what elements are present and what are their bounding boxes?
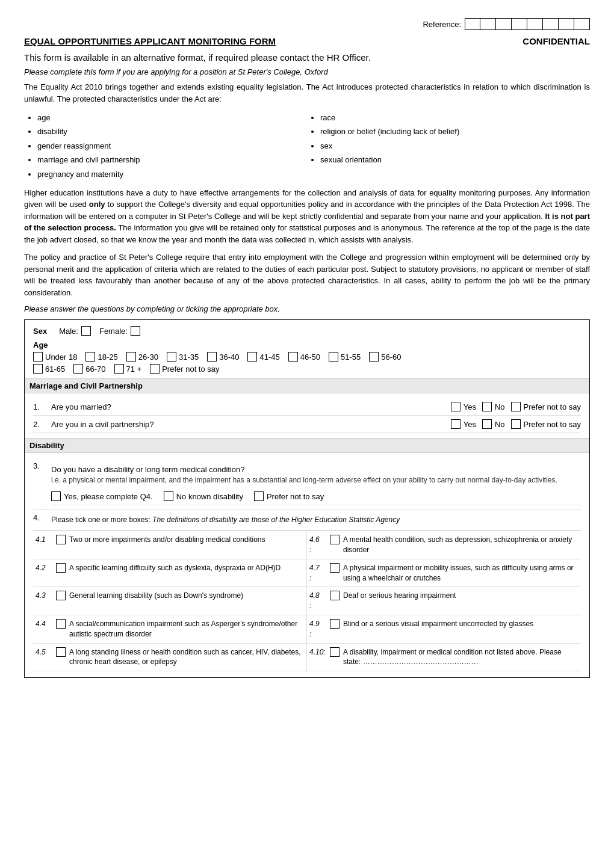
age-71plus-checkbox[interactable] [114,364,124,374]
age-prefer-not-checkbox[interactable] [150,364,160,374]
bullet-columns: age disability gender reassignment marri… [24,111,590,181]
q4-num: 4. [33,513,51,526]
q4-3-checkbox[interactable] [56,591,66,600]
age-46-50-checkbox[interactable] [288,352,298,362]
female-checkbox[interactable] [131,326,140,336]
q4-note: Please tick one or more boxes: The defin… [51,513,400,526]
q4-cell-4-4: 4.4 A social/communication impairment su… [33,615,307,644]
body-text-1: The Equality Act 2010 brings together an… [24,81,590,105]
q3-yes-checkbox[interactable] [51,491,61,501]
bullet-sex: sex [320,139,590,153]
bullets-right: race religion or belief (including lack … [307,111,590,167]
q4-5-checkbox[interactable] [56,647,66,657]
ref-box-7[interactable] [559,18,574,30]
age-41-45-checkbox[interactable] [247,352,257,362]
q1-num: 1. [33,402,51,411]
q1-yes-checkbox[interactable] [451,402,460,411]
age-grid-row-2: 61-65 66-70 71 + Prefer not to say [33,364,581,374]
bullet-orientation: sexual orientation [320,153,590,167]
female-label: Female: [99,327,128,336]
ref-box-6[interactable] [543,18,559,30]
q4-num-4-3: 4.3 [36,591,52,601]
q1-answers: Yes No Prefer not to say [451,402,581,411]
age-46-50: 46-50 [288,352,320,362]
age-66-70-checkbox[interactable] [73,364,83,374]
age-36-40-checkbox[interactable] [207,352,217,362]
q3-choices: Yes, please complete Q4. No known disabi… [51,488,581,505]
q4-7-checkbox[interactable] [330,563,340,573]
q4-cell-4-6: 4.6: A mental health condition, such as … [307,531,581,559]
body-text-2: Higher education institutions have a dut… [24,187,590,246]
bullets-left: age disability gender reassignment marri… [24,111,307,181]
age-61-65-checkbox[interactable] [33,364,43,374]
q4-cell-4-5: 4.5 A long standing illness or health co… [33,644,307,672]
age-61-65-label: 61-65 [45,365,65,374]
q4-6-checkbox[interactable] [330,535,340,544]
age-51-55-checkbox[interactable] [329,352,338,362]
age-label: Age [33,340,581,349]
age-36-40-label: 36-40 [219,352,239,362]
ref-box-4[interactable] [512,18,527,30]
disability-section-header: Disability [25,438,589,453]
bullet-pregnancy: pregnancy and maternity [37,167,307,181]
bullet-col-right: race religion or belief (including lack … [307,111,590,181]
ref-box-8[interactable] [574,18,590,30]
age-under18: Under 18 [33,352,77,362]
age-51-55-label: 51-55 [341,352,361,362]
q3-content: Do you have a disability or long term me… [51,461,581,505]
q1-prefer-not-label: Prefer not to say [524,402,581,411]
q3-no-label: No known disability [176,492,243,501]
q4-1-text: Two or more impairments and/or disabling… [69,535,304,545]
q1-no: No [482,402,505,411]
ref-box-3[interactable] [496,18,512,30]
age-under18-label: Under 18 [45,352,77,362]
q3-yes: Yes, please complete Q4. [51,491,153,501]
q3-sub-text: i.e. a physical or mental impairment, an… [51,475,581,488]
q2-prefer-not-checkbox[interactable] [511,419,521,429]
q4-7-text: A physical impairment or mobility issues… [343,563,578,583]
q4-9-checkbox[interactable] [330,619,340,629]
age-31-35-checkbox[interactable] [167,352,176,362]
bullet-religion: religion or belief (including lack of be… [320,125,590,138]
male-label: Male: [59,327,78,336]
male-checkbox[interactable] [81,326,91,336]
age-grid-row-1: Under 18 18-25 26-30 31-35 36-40 41-45 [33,352,581,362]
age-26-30: 26-30 [126,352,158,362]
age-61-65: 61-65 [33,364,65,374]
q1-no-checkbox[interactable] [482,402,492,411]
age-18-25-checkbox[interactable] [85,352,95,362]
bullet-age: age [37,111,307,125]
ref-box-5[interactable] [527,18,543,30]
q1-prefer-not-checkbox[interactable] [511,402,521,411]
q4-1-checkbox[interactable] [56,535,66,544]
age-71plus-label: 71 + [126,365,142,374]
q3-no-checkbox[interactable] [164,491,173,501]
age-18-25: 18-25 [85,352,117,362]
q4-num-4-8: 4.8: [309,591,326,611]
bullet-marriage: marriage and civil partnership [37,153,307,167]
age-26-30-checkbox[interactable] [126,352,136,362]
q4-cell-4-10: 4.10: A disability, impairment or medica… [307,644,581,672]
q3-block: 3. Do you have a disability or long term… [33,458,581,509]
q4-6-text: A mental health condition, such as depre… [343,535,578,555]
sex-row: Sex Male: Female: [33,326,581,336]
q4-4-checkbox[interactable] [56,619,66,629]
q4-9-text: Blind or a serious visual impairment unc… [343,619,578,629]
q4-10-checkbox[interactable] [330,647,340,657]
q4-2-checkbox[interactable] [56,563,66,573]
age-56-60-checkbox[interactable] [369,352,379,362]
q4-num-4-10: 4.10: [309,647,326,657]
q4-8-checkbox[interactable] [330,591,340,600]
reference-boxes [465,18,590,30]
age-under18-checkbox[interactable] [33,352,43,362]
q4-num-4-5: 4.5 [36,647,52,657]
q3-prefer-not-checkbox[interactable] [254,491,264,501]
ref-box-2[interactable] [480,18,496,30]
q4-num-4-7: 4.7: [309,563,326,583]
q2-no-checkbox[interactable] [482,419,492,429]
q4-cell-4-2: 4.2 A specific learning difficulty such … [33,559,307,588]
q2-yes-checkbox[interactable] [451,419,460,429]
age-66-70-label: 66-70 [85,365,105,374]
ref-box-1[interactable] [465,18,480,30]
header-row: EQUAL OPPORTUNITIES APPLICANT MONITORING… [24,36,590,46]
